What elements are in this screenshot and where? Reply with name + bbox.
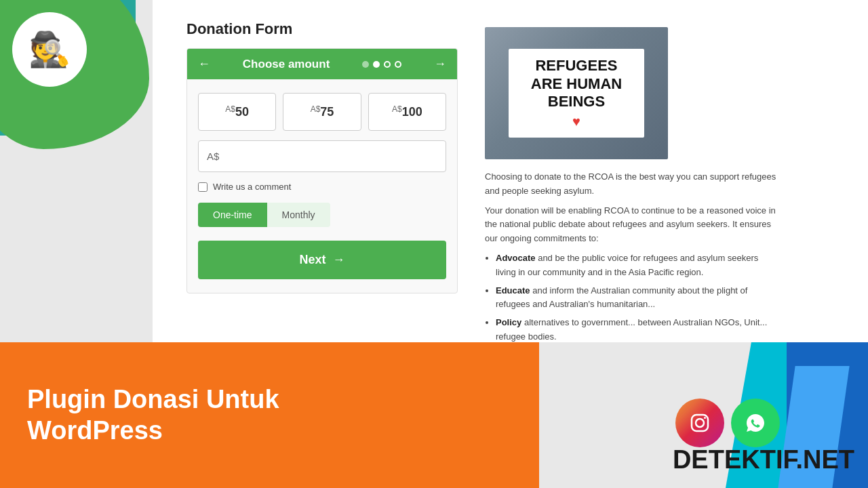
bullet-3-bold: Policy xyxy=(496,317,521,327)
bottom-title-line1: Plugin Donasi Untuk xyxy=(27,384,279,415)
bullet-2-text: and inform the Australian community abou… xyxy=(496,285,747,310)
form-steps xyxy=(362,61,401,68)
custom-amount-input[interactable] xyxy=(198,140,446,172)
comment-checkbox[interactable] xyxy=(198,182,208,192)
next-arrow-icon: → xyxy=(333,253,345,267)
content-bullets: Advocate and be the public voice for ref… xyxy=(485,251,776,344)
content-para-1: Choosing to donate to the RCOA is the be… xyxy=(485,170,776,199)
amount-btn-100[interactable]: A$100 xyxy=(368,93,446,131)
step-dot-2 xyxy=(373,61,380,68)
amount-buttons: A$50 A$75 A$100 xyxy=(198,93,446,131)
bullet-1-text: and be the public voice for refugees and… xyxy=(496,253,758,277)
sign-line3: BEINGS xyxy=(519,93,633,110)
next-arrow[interactable]: → xyxy=(434,57,446,71)
form-body: A$50 A$75 A$100 Write us a comment xyxy=(187,79,457,293)
frequency-buttons: One-time Monthly xyxy=(198,203,330,227)
step-dot-1 xyxy=(362,61,369,68)
prev-arrow[interactable]: ← xyxy=(198,57,210,71)
bottom-title-line2: WordPress xyxy=(27,415,279,447)
bullet-3-text: alternatives to government... between Au… xyxy=(496,317,767,342)
donation-form-box: ← Choose amount → A$50 A$ xyxy=(186,48,458,293)
instagram-icon[interactable] xyxy=(675,399,724,447)
image-placeholder: REFUGEES ARE HUMAN BEINGS ♥ xyxy=(485,27,668,159)
heart-icon: ♥ xyxy=(519,114,633,129)
freq-btn-onetime[interactable]: One-time xyxy=(198,203,267,227)
amount-btn-75[interactable]: A$75 xyxy=(283,93,361,131)
brand-name: DETEKTIF.NET xyxy=(673,445,854,474)
bullet-2: Educate and inform the Australian commun… xyxy=(496,284,776,312)
amount-btn-50[interactable]: A$50 xyxy=(198,93,276,131)
comment-label: Write us a comment xyxy=(213,182,291,192)
step-dot-4 xyxy=(395,61,401,68)
sign-line1: REFUGEES xyxy=(519,57,633,75)
form-header: ← Choose amount → xyxy=(187,49,457,79)
bullet-3: Policy alternatives to government... bet… xyxy=(496,316,776,344)
content-image: REFUGEES ARE HUMAN BEINGS ♥ xyxy=(485,27,668,159)
bullet-1-bold: Advocate xyxy=(496,253,536,263)
bullet-2-bold: Educate xyxy=(496,285,530,296)
bottom-bar: Plugin Donasi Untuk WordPress xyxy=(0,342,539,488)
form-step-title: Choose amount xyxy=(243,58,330,71)
bottom-title: Plugin Donasi Untuk WordPress xyxy=(27,384,279,446)
logo-icon: 🕵️ xyxy=(28,30,71,69)
content-para-2: Your donation will be enabling RCOA to c… xyxy=(485,204,776,246)
next-button[interactable]: Next → xyxy=(198,241,446,279)
whatsapp-icon[interactable] xyxy=(731,399,780,447)
step-dot-3 xyxy=(384,61,391,68)
bullet-1: Advocate and be the public voice for ref… xyxy=(496,251,776,280)
svg-point-2 xyxy=(704,417,706,419)
page-title: Donation Form xyxy=(186,20,458,38)
content-text: Choosing to donate to the RCOA is the be… xyxy=(485,170,776,344)
sign-text: REFUGEES ARE HUMAN BEINGS ♥ xyxy=(509,49,644,137)
logo-circle: 🕵️ xyxy=(12,12,87,87)
sign-line2: ARE HUMAN xyxy=(519,75,633,93)
freq-btn-monthly[interactable]: Monthly xyxy=(267,203,330,227)
svg-point-1 xyxy=(696,419,704,427)
comment-checkbox-row: Write us a comment xyxy=(198,182,446,192)
social-icons xyxy=(675,399,780,447)
